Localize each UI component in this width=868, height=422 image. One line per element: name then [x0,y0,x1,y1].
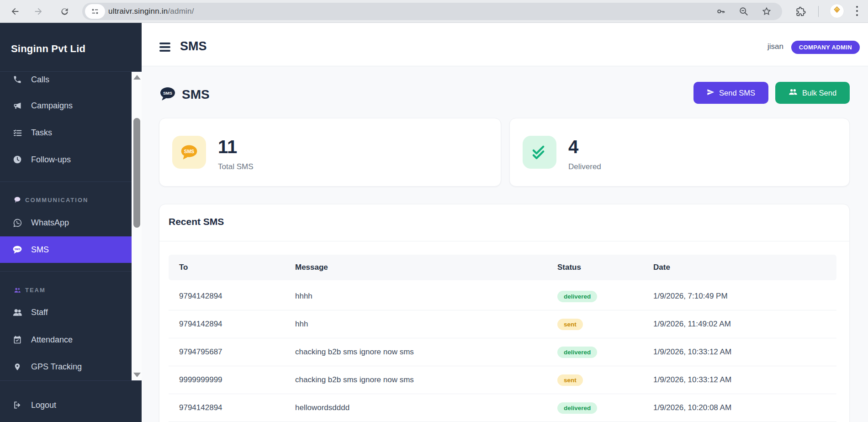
sidebar: Singinn Pvt Lid Calls Campaigns Tasks Fo… [0,23,142,422]
table-row[interactable]: 9794142894 hellowordsdddd delivered 1/9/… [169,394,836,422]
stat-value: 4 [568,137,578,157]
column-header-date: Date [653,263,836,272]
status-badge: delivered [557,291,597,302]
bookmark-star-icon[interactable] [761,6,772,17]
url-host: ultraivr.singinn.in [108,7,168,16]
cell-date: 1/9/2026, 11:49:02 AM [653,320,836,329]
sidebar-item-sms[interactable]: SMS SMS [0,236,132,263]
sidebar-item-attendance[interactable]: Attendance [0,330,132,350]
cell-to: 9794142894 [169,403,295,412]
url-path: /admin/ [168,7,194,16]
sidebar-item-label: Calls [31,75,49,85]
cell-to: 9794142894 [169,292,295,301]
calendar-check-icon [12,335,22,344]
table-row[interactable]: 9794142894 hhhh delivered 1/9/2026, 7:10… [169,283,836,310]
scroll-up-arrow[interactable] [133,75,141,80]
cell-to: 9794142894 [169,320,295,329]
column-header-status: Status [557,263,653,272]
browser-menu-icon[interactable] [856,6,858,18]
sidebar-item-label: Staff [31,308,48,317]
browser-toolbar: ultraivr.singinn.in/admin/ [0,0,868,23]
extension-badge-icon[interactable] [830,4,844,18]
cell-to: 9794795687 [169,347,295,357]
cell-to: 9999999999 [169,375,295,385]
sidebar-item-followups[interactable]: Follow-ups [0,150,132,170]
table-row[interactable]: 9794795687 chacking b2b sms ignore now s… [169,338,836,366]
site-info-icon[interactable] [85,4,105,19]
cell-status: delivered [557,291,653,302]
cell-message: hhhh [295,292,557,301]
sidebar-item-calls[interactable]: Calls [0,69,132,90]
status-badge: sent [557,319,583,330]
cell-status: delivered [557,402,653,414]
cell-status: sent [557,374,653,386]
stat-label: Delivered [568,162,601,171]
sidebar-item-label: Tasks [31,128,52,138]
double-check-icon [523,136,556,169]
recent-sms-card: Recent SMS To Message Status Date 979414… [159,204,850,422]
reload-icon[interactable] [57,4,72,19]
sidebar-item-campaigns[interactable]: Campaigns [0,96,132,116]
column-header-message: Message [295,263,557,272]
sidebar-item-staff[interactable]: Staff [0,302,132,322]
scroll-down-arrow[interactable] [133,373,141,377]
header-title: SMS [180,39,207,53]
hamburger-menu-icon[interactable] [159,43,170,53]
sidebar-item-tasks[interactable]: Tasks [0,123,132,143]
cell-date: 1/9/2026, 7:10:49 PM [653,292,836,301]
scrollbar-thumb[interactable] [133,118,140,228]
table-row[interactable]: 9794142894 hhh sent 1/9/2026, 11:49:02 A… [169,310,836,338]
send-sms-button[interactable]: Send SMS [693,82,768,104]
column-header-to: To [169,263,295,272]
cell-message: chacking b2b sms ignore now sms [295,375,557,385]
chat-bubble-icon [14,197,21,203]
sms-table: To Message Status Date 9794142894 hhhh d… [169,255,836,422]
role-badge[interactable]: COMPANY ADMIN [791,41,860,54]
password-key-icon[interactable] [715,6,726,17]
extensions-puzzle-icon[interactable] [794,4,808,19]
back-icon[interactable] [8,4,22,19]
sidebar-scrollbar[interactable] [132,72,142,380]
url-text[interactable]: ultraivr.singinn.in/admin/ [108,3,194,20]
svg-text:SMS: SMS [163,91,172,96]
paper-plane-icon [707,88,715,98]
logout-icon [12,401,22,410]
sidebar-item-label: SMS [31,245,49,255]
username: jisan [767,42,783,51]
main-content: SMS SMS Send SMS Bulk Send SMS 11 Total … [142,66,868,422]
team-users-icon [14,287,21,293]
table-header-row: To Message Status Date [169,255,836,280]
stat-value: 11 [218,137,237,157]
sidebar-item-gps[interactable]: GPS Tracking [0,357,132,377]
section-communication: COMMUNICATION [0,194,132,206]
sidebar-item-label: Campaigns [31,101,73,111]
bulk-send-button[interactable]: Bulk Send [775,82,850,104]
forward-icon[interactable] [31,4,46,19]
sidebar-item-logout[interactable]: Logout [0,395,132,415]
sidebar-divider [0,271,132,272]
sidebar-item-label: Logout [31,401,56,410]
cell-message: hhh [295,320,557,329]
status-badge: sent [557,374,583,386]
sidebar-divider [0,182,132,182]
page-title: SMS SMS [159,86,210,103]
address-bar[interactable]: ultraivr.singinn.in/admin/ [82,3,782,20]
table-row[interactable]: 9999999999 chacking b2b sms ignore now s… [169,366,836,394]
stat-label: Total SMS [218,162,253,171]
stat-card-delivered: 4 Delivered [509,118,850,187]
cell-message: chacking b2b sms ignore now sms [295,347,557,357]
divider [159,241,849,241]
status-badge: delivered [557,402,597,414]
sidebar-item-label: Follow-ups [31,155,71,165]
sidebar-item-whatsapp[interactable]: WhatsApp [0,213,132,233]
svg-text:SMS: SMS [184,149,195,154]
phone-icon [12,75,22,84]
zoom-out-icon[interactable] [738,6,749,17]
megaphone-icon [12,101,22,111]
whatsapp-icon [12,218,22,228]
sidebar-footer: Logout [0,380,142,422]
section-team: TEAM [0,284,132,296]
sidebar-item-label: GPS Tracking [31,362,82,372]
cell-date: 1/9/2026, 10:33:12 AM [653,375,836,385]
location-pin-icon [12,362,22,372]
